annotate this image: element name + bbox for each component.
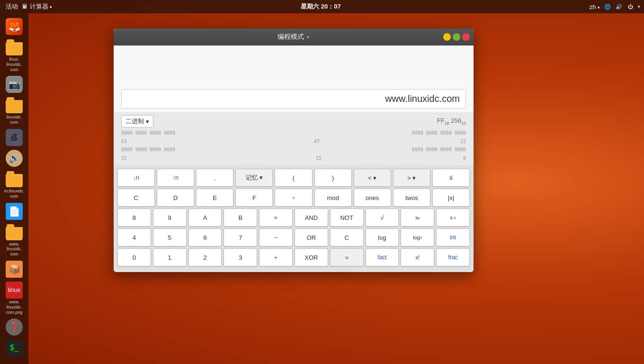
key-not[interactable]: NOT [330, 209, 364, 227]
key-9[interactable]: 9 [153, 209, 187, 227]
language-selector[interactable]: zh ▾ [590, 3, 600, 10]
dock-item-folder1[interactable]: linux.linuxidc.com [3, 38, 26, 73]
key-x-inv[interactable]: x-1 [436, 209, 470, 227]
key-6[interactable]: 6 [188, 228, 222, 246]
key-or[interactable]: OR [295, 228, 328, 246]
dock-item-package[interactable]: 📦 [3, 260, 26, 279]
keypad-row-2: C D E F ÷ mod ones twos |x| [117, 189, 470, 207]
key-abs[interactable]: |x| [432, 189, 470, 207]
key-3[interactable]: 3 [224, 248, 257, 266]
key-memory[interactable]: 记忆 ▾ [235, 169, 273, 187]
key-2[interactable]: 2 [188, 248, 222, 266]
calc-icon-small: 🖩 [22, 3, 28, 10]
calculator-window: 编程模式 ▾ ─ □ ✕ 二进制 ▾ FF16 25610 0000 0000 … [114, 28, 474, 272]
key-twos[interactable]: twos [393, 189, 430, 207]
help-icon: ❓ [6, 318, 23, 336]
folder1-icon [6, 39, 23, 56]
dock-item-scanner[interactable]: 🖨 [3, 128, 26, 147]
folder3-icon [6, 171, 23, 188]
volume-icon[interactable]: 🔊 [615, 3, 623, 10]
dock-item-terminal[interactable]: $_ [3, 338, 26, 357]
camera-icon: 📷 [6, 76, 23, 93]
key-mod[interactable]: mod [314, 189, 352, 207]
key-log2[interactable]: log2 [401, 228, 434, 246]
key-multiply[interactable]: × [259, 209, 293, 227]
key-plus[interactable]: + [259, 248, 293, 266]
key-C[interactable]: C [117, 189, 155, 207]
key-7[interactable]: 7 [224, 228, 257, 246]
key-open-paren[interactable]: ( [275, 169, 312, 187]
dock-item-folder4[interactable]: www.linuxidc.com [3, 223, 26, 258]
system-dropdown-arrow[interactable]: ▾ [638, 4, 640, 9]
key-0[interactable]: 0 [117, 248, 151, 266]
linux-logo-icon: linux [6, 282, 23, 299]
dock-item-linux-logo[interactable]: linux www.linuxidc.com.png [3, 281, 26, 316]
keypad-row-4: 4 5 6 7 − OR C log log2 int [117, 228, 470, 246]
window-controls: ─ □ ✕ [443, 33, 470, 41]
calculator-title: 编程模式 ▾ [277, 33, 310, 41]
folder2-icon [6, 97, 23, 114]
keypad-row-3: 8 9 A B × AND NOT √ xy x-1 [117, 209, 470, 227]
dock-item-help[interactable]: ❓ [3, 318, 26, 337]
key-fact[interactable]: fact [366, 248, 399, 266]
key-frac[interactable]: frac [436, 248, 470, 266]
key-xy[interactable]: xy [401, 209, 434, 227]
folder4-icon [6, 224, 23, 241]
key-divide[interactable]: ÷ [275, 189, 312, 207]
key-F[interactable]: F [235, 189, 273, 207]
dock-item-firefox[interactable]: 🦊 [3, 17, 26, 36]
key-ones[interactable]: ones [354, 189, 391, 207]
hex-display: FF16 25610 [437, 117, 466, 126]
key-D[interactable]: D [157, 189, 194, 207]
linux-logo-label: www.linuxidc.com.png [6, 300, 23, 315]
activities-button[interactable]: 活动 [4, 2, 20, 11]
key-dot[interactable]: . [196, 169, 233, 187]
key-left-shift[interactable]: < ▾ [354, 169, 391, 187]
minimize-button[interactable]: ─ [443, 33, 451, 41]
keypad-row-1: ↓n ↑n . 记忆 ▾ ( ) < ▾ > ▾ á [117, 169, 470, 187]
expression-display [121, 51, 466, 89]
key-B[interactable]: B [224, 209, 257, 227]
key-up-n[interactable]: ↑n [157, 169, 194, 187]
dock-item-folder2[interactable]: linuxidc.com [3, 96, 26, 126]
folder1-label: linux.linuxidc.com [7, 57, 22, 72]
key-E[interactable]: E [196, 189, 233, 207]
key-8[interactable]: 8 [117, 209, 151, 227]
app-indicator[interactable]: 🖩 计算器 ▾ [22, 2, 52, 11]
folder4-label: www.linuxidc.com [7, 242, 22, 257]
key-equals[interactable]: = [330, 248, 364, 266]
key-int[interactable]: int [436, 228, 470, 246]
key-clear[interactable]: C [330, 228, 364, 246]
key-down-n[interactable]: ↓n [117, 169, 155, 187]
binary-mode-dropdown[interactable]: 二进制 ▾ [121, 115, 153, 127]
key-right-shift[interactable]: > ▾ [393, 169, 430, 187]
dock-item-speaker[interactable]: 🔊 [3, 149, 26, 168]
binary-bits-display: 0000 0000 0000 0000 0000 0000 0000 0000 … [121, 129, 466, 162]
key-xfact[interactable]: x! [401, 248, 434, 266]
terminal-icon: $_ [6, 339, 23, 356]
key-minus[interactable]: − [259, 228, 293, 246]
maximize-button[interactable]: □ [453, 33, 460, 41]
dock-item-camera[interactable]: 📷 [3, 75, 26, 94]
power-icon[interactable]: ⏻ [626, 3, 634, 10]
main-input[interactable] [121, 89, 466, 109]
speaker-icon: 🔊 [6, 150, 23, 167]
key-sqrt[interactable]: √ [366, 209, 399, 227]
key-a-accent[interactable]: á [432, 169, 470, 187]
key-A[interactable]: A [188, 209, 222, 227]
network-icon[interactable]: 🌐 [604, 3, 611, 10]
close-button[interactable]: ✕ [462, 33, 470, 41]
key-log[interactable]: log [366, 228, 399, 246]
key-and[interactable]: AND [295, 209, 328, 227]
key-close-paren[interactable]: ) [314, 169, 352, 187]
keypad: ↓n ↑n . 记忆 ▾ ( ) < ▾ > ▾ á C D E F ÷ mod… [114, 165, 474, 272]
scanner-icon: 🖨 [6, 129, 23, 146]
dock-item-folder3[interactable]: m.linuxidc.com [3, 170, 26, 200]
key-1[interactable]: 1 [153, 248, 187, 266]
dock-item-doc[interactable]: 📄 [3, 202, 26, 221]
folder3-label: m.linuxidc.com [4, 189, 25, 199]
key-5[interactable]: 5 [153, 228, 187, 246]
key-xor[interactable]: XOR [295, 248, 328, 266]
folder2-label: linuxidc.com [7, 115, 22, 125]
key-4[interactable]: 4 [117, 228, 151, 246]
